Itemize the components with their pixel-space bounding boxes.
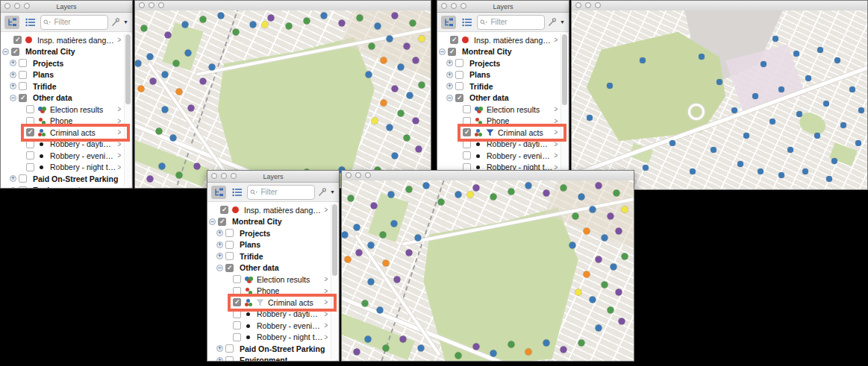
close-button[interactable]: [575, 2, 581, 8]
expand-icon[interactable]: +: [216, 345, 223, 352]
chevron-right-icon[interactable]: >: [555, 140, 558, 148]
chevron-right-icon[interactable]: >: [325, 206, 328, 214]
zoom-button[interactable]: [460, 3, 466, 9]
pin-icon[interactable]: [548, 18, 556, 27]
layer-visibility-checkbox[interactable]: [233, 275, 241, 283]
scrollbar[interactable]: [561, 34, 568, 188]
layer-visibility-checkbox[interactable]: [225, 241, 234, 249]
expand-icon[interactable]: +: [446, 72, 453, 78]
panel-titlebar[interactable]: Layers: [1, 1, 132, 13]
layer-row[interactable]: −Montreal City: [437, 46, 569, 58]
map-canvas[interactable]: [342, 180, 634, 361]
filter-funnel-icon[interactable]: [486, 129, 494, 136]
layer-visibility-checkbox[interactable]: [19, 186, 27, 189]
expand-icon[interactable]: +: [216, 253, 223, 259]
zoom-button[interactable]: [24, 3, 30, 9]
layer-row[interactable]: Robbery - daytime ...>: [207, 309, 339, 321]
layer-row[interactable]: Election results>: [1, 104, 132, 116]
panel-titlebar[interactable]: Layers: [437, 1, 569, 13]
close-button[interactable]: [4, 3, 10, 9]
layer-visibility-checkbox[interactable]: [463, 128, 471, 136]
layer-row[interactable]: Robbery - daytime ...>: [1, 139, 132, 151]
layer-visibility-checkbox[interactable]: [26, 105, 34, 113]
close-button[interactable]: [441, 3, 447, 9]
layer-row[interactable]: +Plans: [437, 69, 569, 81]
zoom-button[interactable]: [365, 172, 371, 178]
map-titlebar[interactable]: [135, 1, 431, 11]
zoom-button[interactable]: [158, 2, 164, 8]
layer-visibility-checkbox[interactable]: [463, 117, 471, 125]
layer-row[interactable]: Election results>: [207, 274, 339, 285]
chevron-right-icon[interactable]: >: [555, 117, 558, 125]
close-button[interactable]: [211, 173, 217, 179]
expand-icon[interactable]: +: [10, 175, 16, 182]
minimize-button[interactable]: [585, 2, 591, 8]
layer-visibility-checkbox[interactable]: [26, 128, 34, 136]
layer-row[interactable]: Criminal acts>: [207, 297, 339, 309]
chevron-right-icon[interactable]: >: [555, 105, 558, 113]
layer-row[interactable]: +Environment: [1, 185, 132, 189]
list-view-button[interactable]: [459, 16, 474, 29]
tree-view-button[interactable]: [4, 16, 19, 29]
collapse-icon[interactable]: −: [439, 48, 446, 55]
layer-row[interactable]: −Other data: [437, 92, 569, 104]
layer-row[interactable]: Phone>: [437, 116, 569, 127]
map-canvas[interactable]: [572, 10, 867, 189]
chevron-right-icon[interactable]: >: [325, 321, 328, 329]
layer-visibility-checkbox[interactable]: [463, 105, 471, 113]
layer-row[interactable]: +Trifide: [1, 81, 132, 92]
collapse-icon[interactable]: −: [446, 95, 453, 101]
minimize-button[interactable]: [14, 3, 20, 9]
filter-input[interactable]: [52, 17, 105, 27]
expand-icon[interactable]: +: [216, 230, 223, 236]
layer-visibility-checkbox[interactable]: [11, 48, 19, 56]
scrollbar[interactable]: [331, 203, 338, 359]
chevron-right-icon[interactable]: >: [118, 128, 122, 136]
layer-visibility-checkbox[interactable]: [19, 59, 27, 67]
layer-visibility-checkbox[interactable]: [455, 82, 463, 90]
zoom-button[interactable]: [231, 173, 237, 179]
scrollbar[interactable]: [124, 34, 131, 186]
layer-row[interactable]: +Trifide: [207, 250, 339, 262]
toolbar-dropdown-caret[interactable]: ▼: [123, 19, 128, 25]
expand-icon[interactable]: +: [10, 60, 16, 66]
layer-row[interactable]: Election results>: [437, 104, 569, 116]
map-titlebar[interactable]: [342, 171, 634, 181]
chevron-right-icon[interactable]: >: [118, 163, 122, 171]
layer-visibility-checkbox[interactable]: [26, 140, 34, 148]
filter-input[interactable]: [259, 187, 312, 197]
pin-icon[interactable]: [318, 188, 326, 197]
chevron-right-icon[interactable]: >: [118, 151, 122, 160]
scrollbar-thumb[interactable]: [562, 34, 567, 105]
chevron-right-icon[interactable]: >: [555, 128, 558, 136]
filter-field[interactable]: [40, 15, 108, 30]
layer-visibility-checkbox[interactable]: [450, 36, 458, 44]
expand-icon[interactable]: +: [10, 187, 16, 189]
chevron-right-icon[interactable]: >: [325, 310, 328, 318]
layer-row[interactable]: −Montreal City: [1, 46, 132, 58]
layer-visibility-checkbox[interactable]: [19, 71, 27, 79]
layer-visibility-checkbox[interactable]: [225, 264, 234, 272]
close-button[interactable]: [346, 172, 352, 178]
layer-visibility-checkbox[interactable]: [463, 140, 471, 148]
layer-row[interactable]: Robbery - night tim...>: [1, 162, 132, 174]
layer-row[interactable]: +Projects: [437, 57, 569, 69]
layer-row[interactable]: +Paid On-Street Parking: [207, 343, 339, 355]
layer-visibility-checkbox[interactable]: [455, 59, 463, 67]
layer-visibility-checkbox[interactable]: [233, 298, 241, 306]
filter-input[interactable]: [489, 17, 542, 27]
chevron-right-icon[interactable]: >: [118, 117, 122, 125]
expand-icon[interactable]: +: [216, 357, 223, 362]
layer-row[interactable]: −Other data: [207, 262, 339, 274]
chevron-right-icon[interactable]: >: [555, 151, 558, 160]
layer-row[interactable]: Robbery - evening ...>: [1, 150, 132, 162]
layer-row[interactable]: +Trifide: [437, 81, 569, 92]
collapse-icon[interactable]: −: [2, 48, 9, 55]
expand-icon[interactable]: +: [10, 83, 16, 89]
layer-row[interactable]: +Paid On-Street Parking: [1, 173, 132, 185]
layer-row[interactable]: Criminal acts>: [437, 127, 569, 139]
layer-visibility-checkbox[interactable]: [220, 206, 228, 214]
layer-visibility-checkbox[interactable]: [233, 333, 241, 341]
chevron-right-icon[interactable]: >: [555, 36, 558, 44]
pin-icon[interactable]: [111, 18, 119, 27]
